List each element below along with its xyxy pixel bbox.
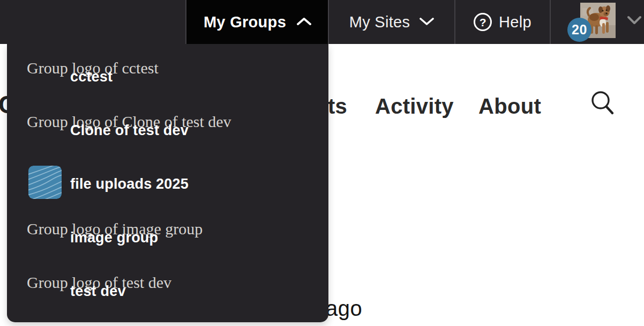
chevron-up-icon xyxy=(297,17,311,27)
screen: C ts Activity About ago Group logo of cc… xyxy=(0,0,644,326)
my-sites-menu-button[interactable]: My Sites xyxy=(329,0,454,44)
search-button[interactable] xyxy=(590,89,617,116)
my-groups-menu-button[interactable]: My Groups xyxy=(185,0,328,44)
group-menu-item-test-dev[interactable]: Group logo of test dev test dev xyxy=(7,265,328,319)
help-icon: ? xyxy=(474,13,492,31)
chevron-down-icon xyxy=(420,17,434,27)
notification-count-badge: 20 xyxy=(567,18,591,42)
group-name: file uploads 2025 xyxy=(70,175,189,192)
admin-topbar: My Groups My Sites ? Help xyxy=(0,0,644,44)
group-menu-item-clone-of-test-dev[interactable]: Group logo of Clone of test dev Clone of… xyxy=(7,105,328,158)
nav-item-about[interactable]: About xyxy=(478,94,541,118)
account-menu-button[interactable]: 20 xyxy=(550,0,644,44)
my-groups-dropdown: Group logo of cctest cctest Group logo o… xyxy=(7,44,328,322)
group-name: Clone of test dev xyxy=(70,122,189,139)
nav-item-partial[interactable]: ts xyxy=(328,94,347,118)
chevron-down-icon xyxy=(627,16,641,27)
my-groups-label: My Groups xyxy=(204,13,286,31)
group-menu-item-image-group[interactable]: Group logo of image group image group xyxy=(7,212,328,265)
group-name: cctest xyxy=(70,68,113,85)
group-name: test dev xyxy=(70,283,126,300)
timestamp-fragment: ago xyxy=(326,297,362,321)
group-name: image group xyxy=(70,229,158,246)
group-logo-image xyxy=(28,166,62,199)
nav-item-activity[interactable]: Activity xyxy=(375,94,454,118)
group-menu-item-file-uploads-2025[interactable]: file uploads 2025 xyxy=(7,158,328,212)
help-button[interactable]: ? Help xyxy=(455,0,550,44)
my-sites-label: My Sites xyxy=(349,13,410,31)
group-menu-item-cctest[interactable]: Group logo of cctest cctest xyxy=(7,51,328,105)
help-label: Help xyxy=(499,13,531,31)
search-icon xyxy=(590,109,617,117)
